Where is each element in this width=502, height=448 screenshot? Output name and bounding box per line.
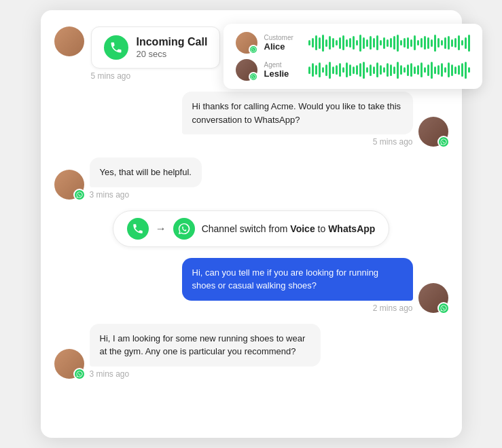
customer-wa-badge-2 <box>73 189 86 201</box>
agent-wa-badge-audio <box>249 72 258 81</box>
agent-avatar-audio <box>236 59 257 81</box>
voice-icon <box>127 218 149 240</box>
agent-avatar-4 <box>418 283 448 313</box>
message-col-2: Yes, that will be helpful. 3 mins ago <box>90 157 202 200</box>
channel-switch-arrow: → <box>156 223 166 235</box>
message-row-1: Hi thanks for calling Acme. Would you li… <box>54 92 448 147</box>
message-timestamp-5: 3 mins ago <box>90 369 130 379</box>
message-bubble-5: Hi, I am looking for some new running sh… <box>90 324 321 367</box>
agent-wa-badge-4 <box>437 302 450 314</box>
customer-avatar-5 <box>54 349 84 379</box>
message-bubble-2: Yes, that will be helpful. <box>90 157 202 187</box>
messages-area: Hi thanks for calling Acme. Would you li… <box>54 92 448 379</box>
message-col-5: Hi, I am looking for some new running sh… <box>90 324 321 379</box>
message-bubble-4: Hi, can you tell me if you are looking f… <box>182 258 413 301</box>
customer-waveform <box>308 33 470 53</box>
message-timestamp-4: 2 mins ago <box>373 303 413 313</box>
customer-role-label: Customer <box>264 34 302 41</box>
call-subtitle: 20 secs <box>137 49 208 59</box>
customer-avatar-2 <box>54 170 84 200</box>
caller-avatar <box>54 26 84 56</box>
audio-row-agent: Agent Leslie <box>236 59 470 81</box>
audio-panel: Customer Alice Agent Leslie <box>223 24 482 89</box>
call-text-group: Incoming Call 20 secs <box>137 36 208 59</box>
agent-avatar-1 <box>418 117 448 147</box>
message-bubble-1: Hi thanks for calling Acme. Would you li… <box>182 92 413 134</box>
message-col-4: Hi, can you tell me if you are looking f… <box>182 258 413 313</box>
channel-switch-bubble: → Channel switch from Voice to WhatsApp <box>113 210 390 247</box>
caller-avatar-img <box>54 26 84 56</box>
message-text-4: Hi, can you tell me if you are looking f… <box>192 267 379 291</box>
message-text-2: Yes, that will be helpful. <box>100 167 192 177</box>
message-row-5: Hi, I am looking for some new running sh… <box>54 324 448 379</box>
agent-wa-badge-1 <box>437 136 450 148</box>
agent-role-label: Agent <box>264 61 302 69</box>
message-col-1: Hi thanks for calling Acme. Would you li… <box>182 92 413 147</box>
channel-switch-text: Channel switch from Voice to WhatsApp <box>202 223 376 234</box>
call-title: Incoming Call <box>137 36 208 48</box>
message-timestamp-1: 5 mins ago <box>373 137 413 147</box>
customer-name-label: Alice <box>264 41 302 52</box>
agent-name-label: Leslie <box>264 69 302 79</box>
customer-avatar-audio <box>236 32 257 54</box>
agent-label-group: Agent Leslie <box>264 61 302 79</box>
message-row-2: Yes, that will be helpful. 3 mins ago <box>54 157 448 200</box>
message-timestamp-2: 3 mins ago <box>90 190 130 200</box>
agent-waveform <box>308 60 470 80</box>
message-text-1: Hi thanks for calling Acme. Would you li… <box>192 101 401 125</box>
message-row-4: Hi, can you tell me if you are looking f… <box>54 258 448 313</box>
whatsapp-icon <box>173 218 195 240</box>
customer-wa-badge-5 <box>73 368 86 380</box>
customer-wa-badge-audio <box>249 45 258 54</box>
phone-icon <box>104 35 128 60</box>
chat-container: Customer Alice Agent Leslie <box>41 10 462 438</box>
channel-switch-row: → Channel switch from Voice to WhatsApp <box>54 210 448 247</box>
audio-row-customer: Customer Alice <box>236 32 470 54</box>
call-bubble: Incoming Call 20 secs <box>91 26 221 69</box>
customer-label-group: Customer Alice <box>264 34 302 52</box>
message-text-5: Hi, I am looking for some new running sh… <box>100 333 306 357</box>
